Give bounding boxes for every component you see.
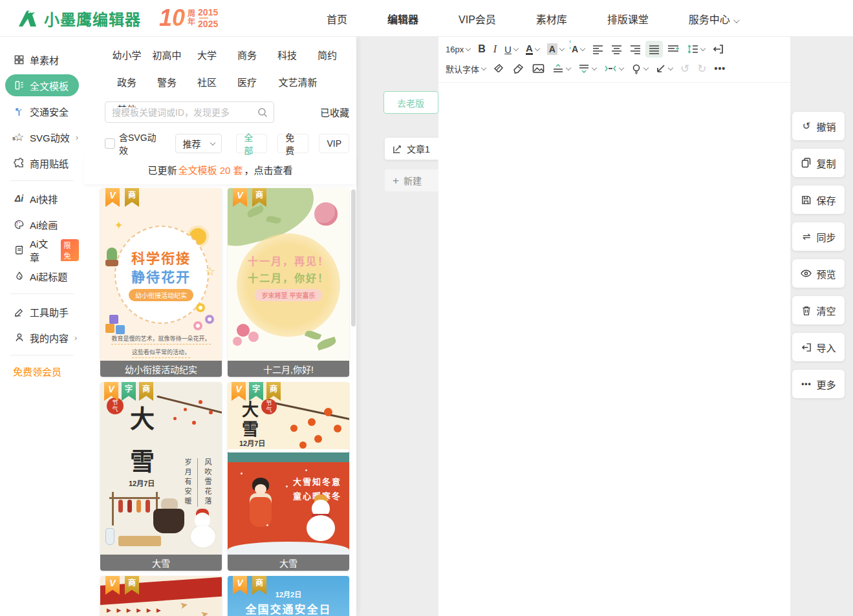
chevron-right-icon: › (76, 133, 78, 142)
search-box[interactable] (105, 101, 274, 123)
sidebar-item-full-template[interactable]: 全文模板 (5, 74, 79, 96)
preview-action-button[interactable]: 预览 (792, 259, 845, 288)
nav-assets[interactable]: 素材库 (536, 11, 567, 27)
filter-all-button[interactable]: 全部 (236, 134, 267, 153)
chevron-down-icon (733, 17, 740, 23)
nav-classroom[interactable]: 排版课堂 (607, 11, 649, 27)
italic-button[interactable]: I (490, 41, 500, 58)
sidebar-item-ai-title[interactable]: Ai起标题 (5, 265, 79, 287)
outdent-bracket-button[interactable] (709, 41, 728, 58)
filter-vip-button[interactable]: VIP (319, 134, 349, 153)
go-old-version-button[interactable]: 去老版 (383, 91, 438, 114)
nav-vip[interactable]: VIP会员 (459, 11, 496, 27)
category-tab[interactable]: 社区 (187, 74, 227, 101)
align-right-button[interactable] (627, 41, 644, 58)
redo-button[interactable]: ↻ (694, 60, 709, 77)
diagonal-arrow-dropdown[interactable] (653, 60, 676, 77)
more-action-button[interactable]: ••• 更多 (792, 370, 845, 398)
sidebar-item-ai-paint[interactable]: Ai绘画 (5, 213, 79, 235)
category-tab[interactable]: 初高中 (147, 47, 187, 74)
template-card-kindergarten[interactable]: V 商 ✦ ☆ 科学衔接 静待花开 幼小衔接活动纪实 (100, 188, 222, 377)
sidebar-item-ai-layout[interactable]: Δi Ai快排 (5, 187, 79, 209)
chevron-down-icon (580, 45, 585, 50)
sidebar-item-traffic-safety[interactable]: 交通安全 (5, 100, 79, 122)
undo-button[interactable]: ↺ (677, 60, 693, 77)
toolbar-more-button[interactable]: ••• (711, 60, 729, 77)
clear-format-button[interactable] (490, 60, 508, 77)
font-color-dropdown[interactable]: A (523, 41, 543, 58)
template-card-december[interactable]: V 商 十一月，再见！ 十二月，你好！ 岁末将至 平安喜乐 十二月,你好! (228, 188, 349, 377)
indent-button[interactable] (664, 41, 682, 58)
align-justify-button[interactable] (645, 41, 663, 58)
flower-illustration (193, 321, 202, 330)
favorites-link[interactable]: 已收藏 (320, 105, 349, 119)
bold-button[interactable]: B (475, 41, 489, 58)
line-height-dropdown[interactable] (684, 41, 708, 58)
search-row: 已收藏 (105, 101, 349, 123)
divider (10, 180, 74, 181)
template-card-traffic-day[interactable]: V 商 12月2日 全国交通安全日 (228, 576, 349, 616)
sidebar-item-single-asset[interactable]: 单素材 (5, 48, 79, 70)
notice-highlight: 全文模板 20 套 (178, 163, 243, 176)
category-tab[interactable]: 医疗 (227, 74, 267, 101)
svg-anim-label: 含SVG动效 (119, 131, 158, 156)
update-notice[interactable]: 已更新 全文模板 20 套 ，点击查看 (84, 155, 356, 184)
sidebar-item-stickers[interactable]: 商用贴纸 (5, 152, 79, 174)
search-input[interactable] (112, 107, 257, 118)
document-tab[interactable]: 文章1 (385, 138, 438, 160)
svg-anim-checkbox[interactable] (105, 138, 115, 149)
free-vip-link[interactable]: 免费领会员 (13, 365, 84, 378)
hotpot-illustration (153, 509, 184, 533)
insert-image-button[interactable] (529, 60, 548, 77)
copy-action-button[interactable]: 复制 (792, 149, 845, 177)
highlight-color-dropdown[interactable]: A (544, 41, 567, 58)
format-painter-button[interactable] (510, 60, 528, 77)
category-tab[interactable]: 科技 (267, 47, 307, 74)
category-tab[interactable]: 幼小学 (107, 47, 147, 74)
underline-dropdown[interactable]: U (501, 41, 521, 58)
align-left-button[interactable] (589, 41, 607, 58)
category-tab[interactable]: 政务 (107, 74, 147, 101)
editor-canvas[interactable]: 16px B I U A A A 默认字体 ↺ ↻ (438, 37, 790, 616)
sync-action-button[interactable]: ⇌ 同步 (792, 222, 845, 251)
sidebar-item-svg-anim[interactable]: ☆s SVG动效 › (5, 126, 79, 148)
save-action-button[interactable]: 保存 (792, 186, 845, 214)
nav-home[interactable]: 首页 (327, 11, 347, 27)
align-center-button[interactable] (608, 41, 625, 58)
letter-spacing-dropdown[interactable]: A (568, 41, 588, 58)
plus-icon: + (393, 175, 399, 186)
card-slogan-line1: 大雪知冬意 (293, 475, 341, 487)
sort-dropdown[interactable]: 推荐 (175, 134, 222, 153)
space-above-dropdown[interactable] (549, 60, 574, 77)
search-icon[interactable] (257, 107, 268, 118)
persimmon (308, 418, 316, 426)
template-card-daxue-girl[interactable]: V 字 商 节气 大 雪 12月7日 大雪知冬意 童心暖寒冬 (228, 382, 349, 571)
import-action-button[interactable]: 导入 (792, 333, 845, 361)
highlight-lamp-dropdown[interactable] (628, 60, 651, 77)
sidebar-item-my-content[interactable]: 我的内容 › (5, 326, 79, 348)
filter-free-button[interactable]: 免费 (277, 134, 308, 153)
category-tab[interactable]: 大学 (187, 47, 227, 74)
category-tab[interactable]: 警务 (147, 74, 187, 101)
nav-service-center[interactable]: 服务中心 (689, 11, 738, 27)
panel-scrollbar[interactable] (351, 189, 356, 326)
new-document-tab[interactable]: + 新建 (385, 169, 438, 191)
undo-action-button[interactable]: ↺ 撤销 (792, 112, 845, 140)
app-logo[interactable]: 小墨鹰编辑器 (17, 7, 141, 30)
editor-content-area[interactable] (438, 83, 790, 613)
space-below-dropdown[interactable] (575, 60, 599, 77)
sidebar-item-tools[interactable]: 工具助手 (5, 301, 79, 323)
template-card-patriotic[interactable]: V 商 ➤ ➤ ▶ ▶ ▶ ▶ ▶ ▶ (100, 576, 222, 616)
chevron-down-icon (535, 45, 540, 50)
indent-both-dropdown[interactable] (601, 60, 627, 77)
nav-editor[interactable]: 编辑器 (387, 11, 418, 27)
category-tab[interactable]: 文艺清新 (267, 74, 329, 101)
svg-star-icon: ☆s (13, 131, 25, 143)
font-family-dropdown[interactable]: 默认字体 (442, 60, 489, 77)
category-tab[interactable]: 简约 (307, 47, 347, 74)
sidebar-item-ai-article[interactable]: Ai文章 限免 (5, 239, 79, 261)
clear-action-button[interactable]: 清空 (792, 296, 845, 324)
font-size-dropdown[interactable]: 16px (442, 41, 473, 58)
template-card-daxue-food[interactable]: V 字 商 节气 大 雪 12月7日 岁月有安暖 风 (100, 382, 222, 571)
category-tab[interactable]: 商务 (227, 47, 267, 74)
